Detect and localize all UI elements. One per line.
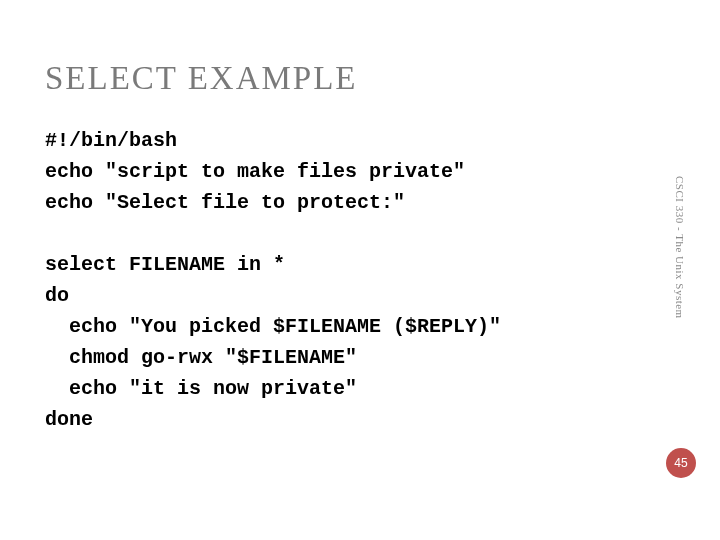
page-number: 45 <box>674 456 687 470</box>
code-block: #!/bin/bash echo "script to make files p… <box>45 125 670 435</box>
slide: SELECT EXAMPLE #!/bin/bash echo "script … <box>0 0 720 540</box>
code-line: do <box>45 284 69 307</box>
code-line: echo "it is now private" <box>45 377 357 400</box>
code-line: select FILENAME in * <box>45 253 285 276</box>
code-line: echo "script to make files private" <box>45 160 465 183</box>
page-number-badge: 45 <box>666 448 696 478</box>
code-line: chmod go-rwx "$FILENAME" <box>45 346 357 369</box>
course-label: CSCI 330 - The Unix System <box>674 176 686 319</box>
code-line: echo "You picked $FILENAME ($REPLY)" <box>45 315 501 338</box>
code-line: done <box>45 408 93 431</box>
code-line: echo "Select file to protect:" <box>45 191 405 214</box>
slide-title: SELECT EXAMPLE <box>45 60 670 97</box>
code-line: #!/bin/bash <box>45 129 177 152</box>
